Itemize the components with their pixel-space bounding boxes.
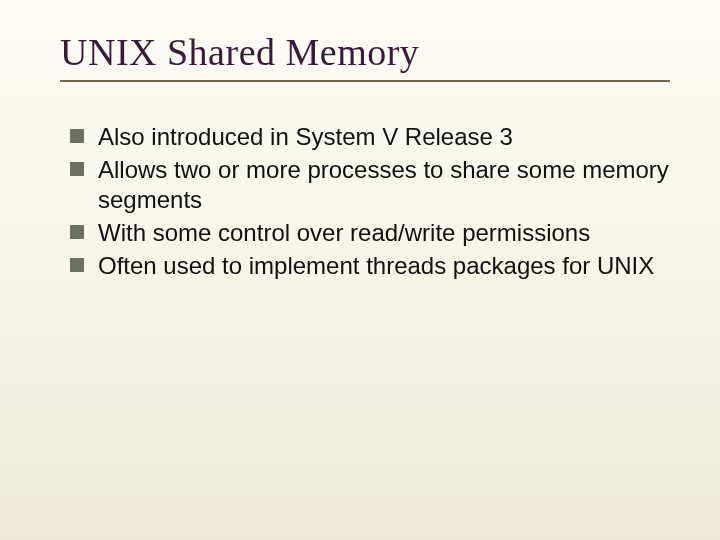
- square-bullet-icon: [70, 258, 84, 272]
- bullet-text: Also introduced in System V Release 3: [98, 123, 513, 150]
- square-bullet-icon: [70, 129, 84, 143]
- square-bullet-icon: [70, 162, 84, 176]
- bullet-item: Also introduced in System V Release 3: [70, 122, 670, 153]
- bullet-text: With some control over read/write permis…: [98, 219, 590, 246]
- slide-title: UNIX Shared Memory: [60, 30, 670, 74]
- square-bullet-icon: [70, 225, 84, 239]
- slide: UNIX Shared Memory Also introduced in Sy…: [0, 0, 720, 540]
- bullet-text: Often used to implement threads packages…: [98, 252, 654, 279]
- bullet-item: Allows two or more processes to share so…: [70, 155, 670, 216]
- bullet-text: Allows two or more processes to share so…: [98, 156, 669, 214]
- bullet-item: With some control over read/write permis…: [70, 218, 670, 249]
- bullet-list: Also introduced in System V Release 3 Al…: [70, 122, 670, 282]
- bullet-item: Often used to implement threads packages…: [70, 251, 670, 282]
- title-underline: [60, 80, 670, 82]
